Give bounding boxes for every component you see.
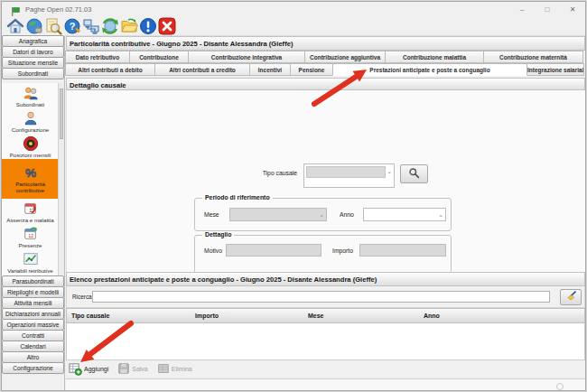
periodo-group-title: Periodo di riferimento	[202, 194, 273, 201]
tab-prestazioni-anticipate[interactable]: Prestazioni anticipate e poste a conguag…	[332, 63, 527, 76]
network-icon[interactable]	[82, 17, 100, 35]
search-label: Ricerca	[72, 294, 92, 300]
status-bar	[66, 378, 585, 390]
sidebar-item-label: Assenza e malattia	[6, 217, 53, 223]
save-icon	[117, 362, 130, 376]
chart-icon	[23, 251, 39, 267]
mese-label: Mese	[204, 211, 219, 218]
importo-field	[359, 244, 446, 257]
sidebar-item-subordinati-group[interactable]: Subordinati	[2, 68, 64, 79]
anno-label: Anno	[340, 211, 354, 218]
sidebar-item-variabili-retributive[interactable]: Variabili retributive	[2, 249, 59, 275]
add-row-icon	[69, 362, 82, 377]
delete-row-icon	[157, 362, 170, 376]
tab-incentivi[interactable]: Incentivi	[249, 63, 291, 76]
sidebar-icon-panel: Subordinati Configurazione Posizioni men…	[2, 83, 64, 276]
chevron-down-icon[interactable]: ⌄	[438, 211, 443, 219]
results-table-header: Tipo causale Importo Mese Anno	[66, 308, 585, 323]
calendar-presence-icon: 12	[23, 226, 39, 242]
percent-icon: %	[23, 164, 39, 181]
users-icon	[23, 85, 39, 101]
status-indicator-icon	[556, 383, 564, 390]
search-icon[interactable]	[44, 17, 62, 35]
tab-pensione[interactable]: Pensione	[290, 63, 333, 76]
exit-icon[interactable]	[158, 17, 176, 35]
tab-contribuzione-integrativa[interactable]: Contribuzione integrativa	[188, 51, 305, 63]
column-importo[interactable]: Importo	[195, 313, 219, 319]
column-anno[interactable]: Anno	[424, 313, 440, 319]
info-icon[interactable]	[139, 17, 157, 35]
main-content: Particolarità contributive - Giugno 2025…	[66, 36, 585, 390]
search-input[interactable]	[92, 291, 550, 303]
tab-row-1: Dato retributivo Contribuzione Contribuz…	[66, 51, 585, 63]
maximize-button[interactable]: □	[535, 2, 560, 17]
sidebar: Anagrafica Datori di lavoro Situazione m…	[2, 36, 65, 390]
user-icon	[23, 110, 39, 126]
tab-contribuzione[interactable]: Contribuzione	[129, 51, 189, 63]
help-icon[interactable]: ?	[63, 17, 81, 35]
sidebar-item-configurazione-sub[interactable]: Configurazione	[2, 108, 59, 134]
sidebar-item-label: Configurazione	[12, 126, 50, 133]
aggiungi-button[interactable]: Aggiungi	[69, 362, 108, 377]
svg-text:?: ?	[70, 21, 76, 32]
detail-form: Tipo causale ⌄ Periodo di riferimento Me…	[66, 90, 585, 272]
sidebar-item-presenze[interactable]: 12 Presenze	[2, 224, 59, 249]
tab-contribuzione-malattia[interactable]: Contribuzione malattia	[385, 51, 484, 63]
tab-altri-contributi-a-debito[interactable]: Altri contributi a debito	[65, 63, 155, 76]
anno-combobox[interactable]: ⌄	[363, 208, 446, 221]
sidebar-item-assenza-e-malattia[interactable]: 12 Assenza e malattia	[2, 199, 59, 224]
search-row: Ricerca	[66, 286, 585, 308]
column-tipo-causale[interactable]: Tipo causale	[71, 313, 109, 319]
actions-toolbar: Aggiungi Salva Elimina	[66, 359, 585, 378]
detail-section-header: Dettaglio causale	[66, 78, 585, 90]
tab-integrazione-salariale[interactable]: Integrazione salariale	[526, 63, 584, 76]
sidebar-item-label: Particolarità contributive	[2, 181, 59, 193]
close-button[interactable]: ✕	[560, 2, 585, 17]
column-mese[interactable]: Mese	[308, 313, 324, 319]
tipo-causale-label: Tipo causale	[180, 170, 297, 176]
folder-icon[interactable]	[120, 17, 138, 35]
sidebar-item-subordinati[interactable]: Subordinati	[2, 83, 59, 108]
chevron-down-icon[interactable]: ⌄	[387, 168, 392, 175]
motivo-field	[226, 244, 321, 257]
importo-label: Importo	[332, 247, 353, 254]
sidebar-item-label: Presenze	[18, 242, 42, 248]
app-window: Paghe Open 02.71.03 – □ ✕ ?	[1, 1, 586, 391]
window-title: Paghe Open 02.71.03	[25, 5, 91, 14]
salva-label: Salva	[132, 366, 148, 372]
mese-combobox: ⌄	[229, 208, 327, 221]
title-bar: Paghe Open 02.71.03 – □ ✕	[2, 2, 585, 17]
sidebar-scrollbar[interactable]	[58, 83, 64, 276]
results-table-body[interactable]	[66, 323, 585, 359]
dettaglio-group-title: Dettaglio	[202, 231, 234, 238]
tipo-causale-combobox[interactable]: ⌄	[303, 163, 395, 188]
globe-icon[interactable]	[25, 17, 43, 35]
calendar-absence-icon: 12	[23, 201, 39, 217]
salva-button: Salva	[117, 362, 148, 376]
minimize-button[interactable]: –	[509, 2, 535, 17]
wheel-icon	[23, 135, 39, 152]
scrollbar-thumb[interactable]	[60, 89, 63, 139]
tab-contribuzione-maternita[interactable]: Contribuzione maternità	[483, 51, 583, 63]
svg-text:12: 12	[28, 232, 33, 238]
tab-contribuzione-aggiuntiva[interactable]: Contribuzione aggiuntiva	[304, 51, 386, 63]
svg-text:%: %	[24, 166, 35, 180]
magnifier-icon	[408, 166, 420, 182]
tab-altri-contributi-a-credito[interactable]: Altri contributi a credito	[154, 63, 250, 76]
home-icon[interactable]	[6, 17, 24, 35]
clear-search-button[interactable]	[560, 289, 582, 305]
page-title: Particolarità contributive - Giugno 2025…	[66, 36, 585, 51]
sidebar-item-posizioni-mensili[interactable]: Posizioni mensili	[2, 134, 59, 159]
aggiungi-label: Aggiungi	[84, 366, 108, 372]
sidebar-item-label: Posizioni mensili	[10, 152, 51, 158]
elimina-label: Elimina	[172, 366, 192, 372]
tipo-causale-search-button[interactable]	[400, 164, 428, 183]
tipo-causale-value	[306, 166, 386, 178]
sidebar-item-configurazione[interactable]: Configurazione	[2, 362, 64, 374]
main-toolbar: ?	[2, 17, 585, 36]
tab-dato-retributivo[interactable]: Dato retributivo	[65, 51, 130, 63]
sidebar-item-label: Variabili retributive	[7, 267, 52, 274]
sidebar-item-particolarita-contributive[interactable]: % Particolarità contributive	[2, 159, 59, 199]
refresh-icon[interactable]	[101, 17, 119, 35]
motivo-label: Motivo	[204, 247, 222, 254]
